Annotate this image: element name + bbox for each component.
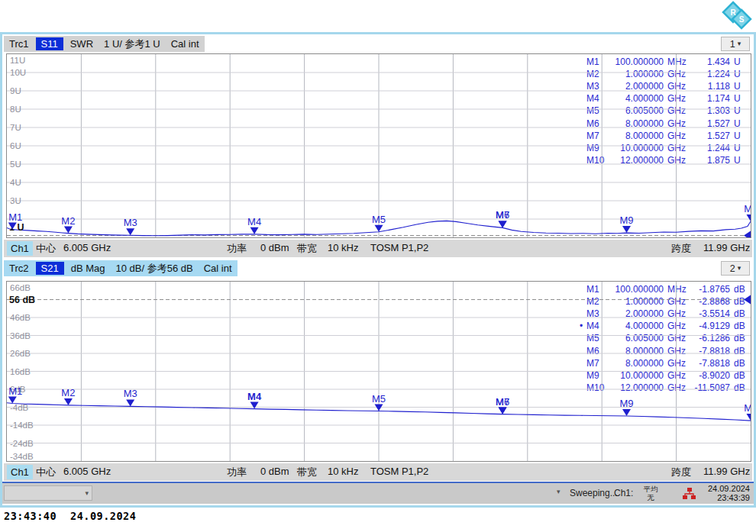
window1-button[interactable]: 1 ▾ — [721, 37, 750, 51]
trace1-settings: Trc1 S11 SWR 1 U/ 参考1 U Cal int — [4, 36, 205, 52]
marker-M4[interactable] — [250, 227, 259, 234]
bandwidth-value[interactable]: 10 kHz — [328, 242, 358, 253]
channel-badge[interactable]: Ch1 — [7, 241, 33, 256]
ytick-label: 46dB — [10, 313, 31, 322]
marker-label-M2: M2 — [61, 215, 75, 227]
screen: R S Trc1 S11 SWR 1 U/ 参考1 U Cal int 1 ▾ — [0, 0, 756, 532]
ytick-label: -24dB — [10, 439, 34, 448]
marker-M3[interactable] — [126, 228, 134, 235]
marker-M9[interactable] — [622, 226, 631, 233]
ytick-label: 16dB — [10, 367, 31, 376]
power-value[interactable]: 0 dBm — [260, 242, 289, 253]
marker-M7[interactable] — [499, 408, 507, 414]
average-label: 平均 — [638, 485, 664, 493]
marker-label-M1: M1 — [8, 211, 22, 223]
reference-level-arrow[interactable] — [744, 295, 751, 305]
window1-number: 1 — [730, 39, 735, 50]
marker-M10[interactable] — [747, 214, 751, 221]
trace1-name[interactable]: Trc1 — [4, 38, 34, 50]
chevron-down-icon: ▾ — [738, 40, 741, 47]
window2-button[interactable]: 2 ▾ — [721, 261, 750, 276]
reference-level-arrow[interactable] — [744, 231, 751, 238]
cal-standard: TOSM P1,P2 — [370, 466, 428, 477]
diagram-area-2[interactable]: M1100.000000MHz-1.8765dBM21.000000GHz-2.… — [6, 281, 751, 462]
channel-badge[interactable]: Ch1 — [7, 465, 33, 479]
power-value[interactable]: 0 dBm — [260, 466, 289, 477]
marker-label-M4: M4 — [247, 391, 262, 402]
trace2-meas-badge[interactable]: S21 — [36, 262, 64, 275]
marker-M7[interactable] — [499, 221, 507, 227]
marker-label-M4: M4 — [247, 216, 261, 227]
channel-bar-top: Ch1 中心 6.005 GHz 功率 0 dBm 带宽 10 kHz TOSM… — [4, 240, 752, 257]
svg-text:S: S — [739, 15, 745, 24]
ytick-label: 8U — [10, 105, 21, 114]
marker-M3[interactable] — [126, 399, 134, 406]
ytick-label: 5U — [10, 160, 21, 169]
span-value[interactable]: 11.99 GHz — [703, 242, 750, 253]
date-time-indicator: 24.09.2024 23:43:39 — [708, 485, 750, 502]
marker-M5[interactable] — [375, 225, 383, 232]
span-label: 跨度 — [671, 242, 691, 256]
ytick-label: 9U — [10, 86, 21, 95]
trace1-header-bar: Trc1 S11 SWR 1 U/ 参考1 U Cal int 1 ▾ — [4, 36, 752, 52]
chevron-down-icon[interactable]: ▾ — [557, 488, 561, 495]
diagram-area-1[interactable]: M1100.000000MHz1.434UM21.000000GHz1.224U… — [6, 53, 751, 238]
marker-M4[interactable] — [250, 402, 259, 409]
trace1-format[interactable]: SWR — [65, 38, 99, 50]
ytick-label: -14dB — [10, 421, 34, 430]
status-date: 24.09.2024 — [708, 485, 750, 494]
rohde-schwarz-logo: R S — [720, 1, 754, 34]
marker-label-M9: M9 — [619, 214, 633, 226]
chevron-down-icon: ▾ — [85, 489, 89, 497]
marker-label-M5: M5 — [372, 214, 386, 225]
marker-label-M2: M2 — [61, 387, 75, 398]
average-value: 无 — [638, 493, 664, 501]
marker-M2[interactable] — [64, 398, 73, 405]
marker-M10[interactable] — [747, 414, 751, 421]
reference-label: 56 dB — [9, 295, 35, 305]
trace2-settings: Trc2 S21 dB Mag 10 dB/ 参考56 dB Cal int — [4, 260, 237, 276]
remote-lan-icon[interactable] — [683, 487, 696, 502]
marker-M9[interactable] — [622, 409, 631, 416]
trace1-scale[interactable]: 1 U/ 参考1 U — [99, 37, 166, 51]
marker-label-M10: M10 — [744, 402, 751, 414]
trace1-meas-badge[interactable]: S11 — [36, 37, 63, 50]
ytick-label: 6U — [10, 141, 21, 150]
span-value[interactable]: 11.99 GHz — [703, 466, 750, 477]
marker-label-M7: M7 — [496, 209, 509, 221]
marker-label-M3: M3 — [124, 217, 137, 228]
setup-combo-box[interactable]: ▾ — [4, 485, 92, 501]
status-channel: Ch1: — [614, 488, 633, 498]
marker-label-M1: M1 — [8, 385, 22, 397]
center-value[interactable]: 6.005 GHz — [63, 242, 111, 253]
clock-time: 23:43:40 — [4, 510, 57, 522]
ytick-label: 66dB — [10, 283, 31, 292]
trace2-scale[interactable]: 10 dB/ 参考56 dB — [110, 262, 198, 276]
clock-date: 24.09.2024 — [70, 510, 136, 522]
bandwidth-value[interactable]: 10 kHz — [328, 466, 358, 477]
ytick-label: -34dB — [10, 452, 34, 461]
trace2-cal-status[interactable]: Cal int — [199, 263, 237, 274]
trace2-name[interactable]: Trc2 — [4, 263, 34, 274]
status-bar: ▾ ▾ Sweeping... Ch1: 平均 无 — [2, 483, 754, 504]
logo-diamonds-icon: R S — [720, 1, 754, 31]
chart-canvas: 66dB46dB36dB26dB16dB6dB-4dB-14dB-24dB-34… — [7, 282, 751, 461]
svg-text:R: R — [730, 8, 736, 17]
trace2-format[interactable]: dB Mag — [66, 263, 111, 274]
ytick-label: -4dB — [10, 403, 29, 412]
power-label: 功率 — [227, 466, 247, 479]
chart-canvas: 11U10U9U8U7U6U5U4U3U1 UM1M2M3M4M5M6M7M9M… — [7, 54, 751, 237]
ytick-label: 26dB — [10, 349, 31, 358]
center-value[interactable]: 6.005 GHz — [63, 466, 111, 477]
marker-label-M10: M10 — [744, 203, 751, 214]
trace2-header-bar: Trc2 S21 dB Mag 10 dB/ 参考56 dB Cal int 2… — [4, 260, 752, 276]
marker-M2[interactable] — [64, 227, 73, 234]
window2-number: 2 — [730, 263, 735, 274]
trace1-cal-status[interactable]: Cal int — [166, 38, 205, 50]
bandwidth-label: 带宽 — [297, 242, 317, 256]
sweep-status: Sweeping... — [570, 488, 618, 498]
center-label: 中心 — [36, 466, 56, 479]
status-time: 23:43:39 — [708, 494, 750, 503]
center-label: 中心 — [36, 242, 56, 256]
ytick-label: 3U — [10, 196, 21, 205]
